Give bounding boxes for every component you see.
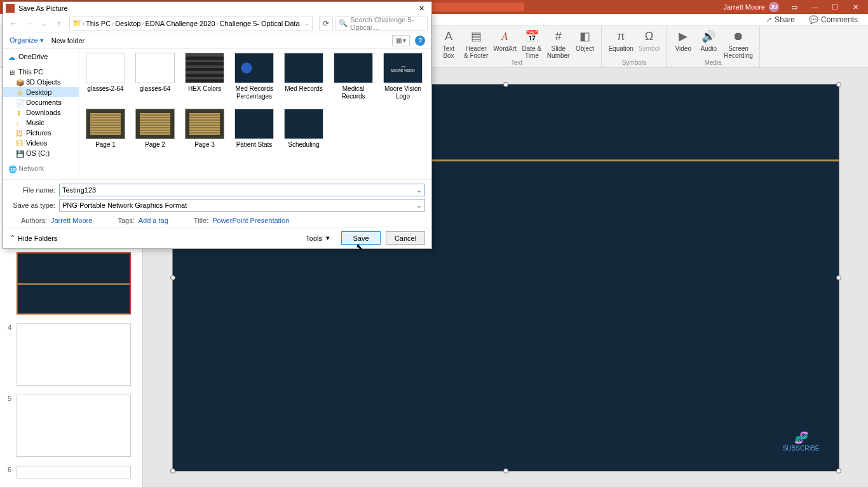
file-item[interactable]: HEX Colors — [184, 53, 226, 100]
videos-icon: 🎞 — [16, 140, 24, 146]
new-folder-button[interactable]: New folder — [51, 37, 85, 44]
nav-recent-button[interactable]: ⌄ — [37, 17, 50, 30]
folder-tree[interactable]: ☁OneDrive 🖥This PC 📦3D Objects 🖥Desktop … — [3, 49, 79, 179]
nav-up-button[interactable]: ↑ — [53, 17, 65, 30]
share-button[interactable]: ↗Share — [762, 14, 799, 25]
tree-desktop[interactable]: 🖥Desktop — [3, 87, 79, 97]
breadcrumb-desktop[interactable]: Desktop — [115, 20, 140, 27]
tree-osc[interactable]: 💾OS (C:) — [3, 148, 79, 158]
dialog-nav-bar: ← → ⌄ ↑ 📁 › This PC › Desktop › EDNA Cha… — [3, 15, 431, 32]
slide-thumb-5[interactable] — [17, 395, 131, 457]
tree-thispc[interactable]: 🖥This PC — [3, 67, 79, 77]
tools-button[interactable]: Tools ▾ — [306, 234, 330, 242]
breadcrumb-pc[interactable]: This PC — [86, 20, 111, 27]
refresh-button[interactable]: ⟳ — [319, 17, 333, 30]
file-name: Moore Vision Logo — [382, 85, 424, 100]
file-thumbnail — [185, 109, 224, 139]
chevron-down-icon[interactable]: ⌄ — [416, 186, 422, 194]
equation-button[interactable]: πEquation — [608, 29, 633, 52]
slide-thumb-6[interactable] — [17, 466, 131, 478]
audio-button[interactable]: 🔊Audio — [698, 29, 719, 52]
organize-button[interactable]: Organize ▾ — [10, 36, 44, 44]
chevron-up-icon: ⌃ — [10, 234, 15, 242]
file-thumbnail — [86, 109, 125, 139]
tree-videos[interactable]: 🎞Videos — [3, 138, 79, 148]
save-type-combo[interactable]: PNG Portable Network Graphics Format⌄ — [59, 199, 425, 212]
selection-handle[interactable] — [503, 82, 508, 87]
tree-onedrive[interactable]: ☁OneDrive — [3, 51, 79, 62]
selection-handle[interactable] — [503, 468, 508, 473]
file-name: Page 3 — [194, 141, 215, 149]
file-item[interactable]: 👓MOORE VISIONMoore Vision Logo — [382, 53, 424, 100]
hide-folders-button[interactable]: ⌃Hide Folders — [10, 234, 57, 242]
breadcrumb[interactable]: 📁 › This PC › Desktop › EDNA Challenge 2… — [69, 17, 313, 30]
tree-downloads[interactable]: ⬇Downloads — [3, 107, 79, 118]
file-name-input[interactable]: Testing123⌄ — [59, 184, 425, 196]
equation-icon: π — [613, 29, 628, 44]
tree-3d-objects[interactable]: 📦3D Objects — [3, 77, 79, 87]
title-meta-value[interactable]: PowerPoint Presentation — [212, 217, 289, 224]
maximize-button[interactable]: ☐ — [825, 0, 845, 14]
comments-button[interactable]: 💬Comments — [805, 14, 862, 25]
slide-thumb-4[interactable] — [17, 323, 131, 386]
file-item[interactable]: Page 1 — [85, 109, 126, 149]
nav-back-button[interactable]: ← — [7, 17, 20, 30]
video-button[interactable]: ▶Video — [673, 29, 693, 52]
file-item[interactable]: Page 2 — [134, 109, 176, 149]
file-list[interactable]: glasses-2-64glasses-64HEX ColorsMed Reco… — [79, 49, 431, 179]
selection-handle[interactable] — [836, 82, 841, 87]
share-icon: ↗ — [766, 15, 772, 24]
file-name: Med Records Percentages — [233, 85, 275, 100]
user-account[interactable]: Jarrett Moore JM — [724, 2, 779, 12]
file-thumbnail — [284, 109, 323, 139]
chevron-right-icon: › — [83, 20, 85, 27]
file-item[interactable]: Med Records Percentages — [233, 53, 275, 100]
share-label: Share — [775, 15, 795, 24]
tree-network[interactable]: 🌐Network — [3, 163, 79, 173]
ribbon-group-text: AText Box ▤Header & Footer 𝐴WordArt 📅Dat… — [432, 26, 602, 67]
close-button[interactable]: ✕ — [845, 0, 865, 14]
tree-pictures[interactable]: 🖼Pictures — [3, 128, 79, 138]
file-item[interactable]: glasses-2-64 — [85, 53, 126, 100]
file-item[interactable]: Medical Records — [332, 53, 374, 100]
chevron-down-icon[interactable]: ⌄ — [304, 20, 309, 27]
chevron-down-icon[interactable]: ⌄ — [416, 201, 422, 210]
file-item[interactable]: Med Records — [283, 53, 325, 100]
tree-music[interactable]: ♪Music — [3, 118, 79, 128]
screen-recording-button[interactable]: ⏺Screen Recording — [724, 29, 753, 59]
breadcrumb-folder1[interactable]: EDNA Challenge 2020 — [145, 20, 215, 27]
selection-handle[interactable] — [170, 468, 175, 473]
symbol-button[interactable]: ΩSymbol — [639, 29, 660, 52]
chevron-right-icon: › — [217, 20, 219, 27]
ribbon-display-options-button[interactable]: ▭ — [784, 0, 804, 14]
file-item[interactable]: Scheduling — [283, 109, 325, 149]
text-box-button[interactable]: AText Box — [438, 29, 459, 59]
search-input[interactable]: 🔍 Search Challenge 5- Optical ... — [336, 17, 428, 30]
authors-value[interactable]: Jarrett Moore — [51, 217, 92, 224]
object-button[interactable]: ◧Object — [574, 29, 595, 52]
selection-handle[interactable] — [170, 275, 175, 280]
selection-handle[interactable] — [836, 468, 841, 473]
breadcrumb-folder2[interactable]: Challenge 5- Optical Data — [220, 20, 300, 27]
nav-forward-button[interactable]: → — [22, 17, 35, 30]
help-button[interactable]: ? — [415, 36, 425, 46]
slide-number-button[interactable]: #Slide Number — [547, 29, 570, 59]
tree-documents[interactable]: 📄Documents — [3, 97, 79, 107]
view-options-button[interactable]: ▦ ▾ — [392, 35, 410, 46]
dialog-close-button[interactable]: ✕ — [414, 4, 429, 13]
file-thumbnail — [86, 53, 125, 83]
file-item[interactable]: glasses-64 — [134, 53, 176, 100]
file-item[interactable]: Page 3 — [184, 109, 226, 149]
symbol-icon: Ω — [642, 29, 657, 44]
date-time-button[interactable]: 📅Date & Time — [522, 29, 542, 59]
file-item[interactable]: Patient Stats — [233, 109, 275, 149]
pictures-icon: 🖼 — [16, 130, 24, 136]
wordart-button[interactable]: 𝐴WordArt — [493, 29, 517, 52]
cancel-button[interactable]: Cancel — [386, 231, 425, 245]
tags-value[interactable]: Add a tag — [139, 217, 168, 224]
selection-handle[interactable] — [836, 275, 841, 280]
minimize-button[interactable]: — — [804, 0, 825, 14]
header-footer-button[interactable]: ▤Header & Footer — [464, 29, 488, 59]
save-button[interactable]: Save — [341, 231, 381, 245]
slide-thumb-3[interactable] — [17, 252, 131, 315]
